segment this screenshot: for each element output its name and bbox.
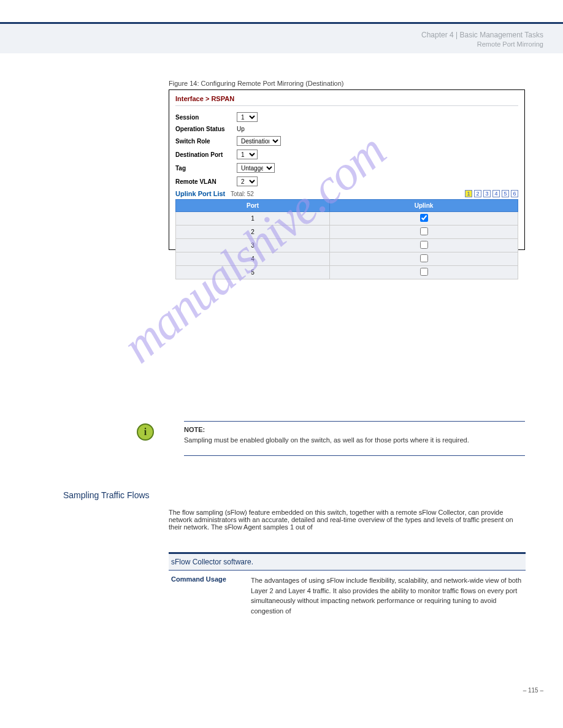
port-cell: 1 — [176, 212, 330, 226]
opstatus-label: Operation Status — [175, 126, 237, 132]
page-4[interactable]: 4 — [492, 190, 500, 197]
page-6[interactable]: 6 — [511, 190, 518, 197]
destport-select[interactable]: 1 — [237, 150, 258, 159]
table-row: 2 — [176, 226, 518, 239]
table-row: 1 — [176, 212, 518, 226]
page-2[interactable]: 2 — [474, 190, 481, 197]
divider — [175, 105, 518, 106]
opstatus-value: Up — [237, 126, 245, 132]
role-select[interactable]: Destination — [237, 136, 281, 146]
flow-table: sFlow Collector software. Command Usage … — [169, 552, 526, 621]
port-cell: 3 — [176, 239, 330, 252]
remotevlan-label: Remote VLAN — [175, 178, 237, 185]
note-rule-bottom — [184, 455, 525, 456]
command-usage-label: Command Usage — [169, 571, 248, 621]
port-cell: 2 — [176, 226, 330, 239]
port-table: Port Uplink 1 2 3 4 5 — [175, 199, 518, 279]
page-number: – 115 – — [523, 687, 543, 694]
table-row: Command Usage The advantages of using sF… — [169, 571, 526, 621]
page-5[interactable]: 5 — [502, 190, 509, 197]
table-header-row: sFlow Collector software. — [169, 553, 526, 571]
port-cell: 4 — [176, 252, 330, 266]
table-row: 5 — [176, 266, 518, 279]
destport-label: Destination Port — [175, 151, 237, 158]
breadcrumb-b: RSPAN — [211, 95, 234, 102]
chapter-title: Remote Port Mirroring — [477, 40, 543, 48]
port-cell: 5 — [176, 266, 330, 279]
breadcrumb-separator: > — [205, 95, 211, 102]
page-1[interactable]: 1 — [465, 190, 472, 197]
portlist-label: Uplink Port List — [175, 190, 225, 197]
uplink-checkbox[interactable] — [420, 214, 428, 222]
portlist-total: Total: 52 — [231, 191, 254, 197]
chapter-label: Chapter 4 | Basic Management Tasks — [421, 31, 543, 39]
breadcrumb-a: Interface — [175, 95, 204, 102]
table-row: 3 — [176, 239, 518, 252]
session-label: Session — [175, 114, 237, 121]
role-label: Switch Role — [175, 138, 237, 145]
uplink-checkbox[interactable] — [420, 268, 428, 276]
uplink-checkbox[interactable] — [420, 241, 428, 249]
section-intro: The flow sampling (sFlow) feature embedd… — [169, 509, 526, 531]
breadcrumb: Interface > RSPAN — [175, 95, 518, 105]
figure-caption: Figure 14: Configuring Remote Port Mirro… — [169, 80, 344, 87]
col-port: Port — [176, 200, 330, 212]
section-heading: Sampling Traffic Flows — [63, 490, 150, 500]
tag-label: Tag — [175, 165, 237, 172]
session-select[interactable]: 1 — [237, 112, 258, 122]
page-3[interactable]: 3 — [483, 190, 491, 197]
note-rule-top — [184, 421, 525, 422]
table-row: 4 — [176, 252, 518, 266]
note-title: NOTE: — [184, 426, 205, 433]
note-icon: i — [137, 423, 154, 441]
flow-table-header: sFlow Collector software. — [169, 553, 526, 571]
uplink-checkbox[interactable] — [420, 254, 428, 262]
note-body: Sampling must be enabled globally on the… — [184, 436, 525, 445]
pagination: 1 2 3 4 5 6 — [465, 190, 518, 197]
col-uplink: Uplink — [330, 200, 518, 212]
remotevlan-select[interactable]: 2 — [237, 176, 258, 186]
tag-select[interactable]: Untagged — [237, 163, 275, 173]
command-usage-body: The advantages of using sFlow include fl… — [248, 571, 526, 621]
uplink-checkbox[interactable] — [420, 227, 428, 235]
rspan-screenshot: Interface > RSPAN Session 1 Operation St… — [169, 89, 525, 250]
